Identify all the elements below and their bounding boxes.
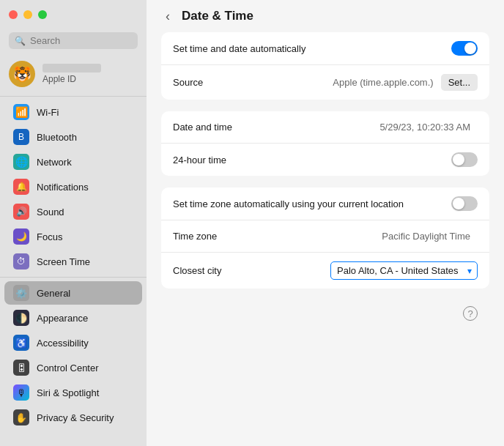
sidebar-item-label: Sound: [37, 207, 64, 218]
set-button[interactable]: Set...: [441, 74, 478, 91]
closest-city-label: Closest city: [173, 265, 330, 276]
search-bar[interactable]: 🔍: [9, 32, 138, 49]
sidebar-item-label: Privacy & Security: [37, 412, 114, 423]
minimize-button[interactable]: [23, 10, 32, 19]
sidebar-item-bluetooth[interactable]: B Bluetooth: [4, 125, 142, 149]
timezone-label: Time zone: [173, 231, 382, 242]
apple-id-name-blur: [42, 64, 101, 73]
close-button[interactable]: [9, 10, 18, 19]
hour24-label: 24-hour time: [173, 155, 451, 166]
toggle-knob: [453, 154, 464, 166]
help-button[interactable]: ?: [463, 306, 478, 321]
hour24-row: 24-hour time: [161, 144, 489, 176]
sidebar-item-controlcenter[interactable]: 🎛 Control Center: [4, 356, 142, 379]
auto-timezone-row: Set time zone automatically using your c…: [161, 187, 489, 220]
bluetooth-icon: B: [13, 129, 29, 145]
sidebar-item-label: Screen Time: [37, 256, 90, 267]
sidebar-item-wifi[interactable]: 📶 Wi-Fi: [4, 100, 142, 124]
main-header: ‹ Date & Time: [147, 0, 504, 32]
apple-id-info: Apple ID: [42, 64, 101, 84]
timezone-card: Set time zone automatically using your c…: [161, 187, 489, 289]
sidebar-item-screentime[interactable]: ⏱ Screen Time: [4, 250, 142, 273]
sidebar-divider-mid: [0, 277, 147, 278]
controlcenter-icon: 🎛: [13, 360, 29, 376]
source-value: Apple (time.apple.com.): [333, 77, 433, 88]
network-icon: 🌐: [13, 154, 29, 170]
sidebar-item-siri[interactable]: 🎙 Siri & Spotlight: [4, 381, 142, 404]
auto-time-label: Set time and date automatically: [173, 43, 451, 54]
sidebar-item-label: Network: [37, 157, 72, 168]
apple-id-label: Apple ID: [42, 74, 101, 84]
toggle-knob: [453, 198, 464, 209]
closest-city-row: Closest city Palo Alto, CA - United Stat…: [161, 253, 489, 289]
auto-timezone-label: Set time zone automatically using your c…: [173, 198, 451, 209]
help-section: ?: [161, 300, 489, 327]
privacy-icon: ✋: [13, 409, 29, 425]
settings-content: Set time and date automatically Source A…: [147, 32, 504, 341]
datetime-card: Date and time 5/29/23, 10:20:33 AM 24-ho…: [161, 111, 489, 176]
sidebar-item-label: General: [37, 288, 70, 299]
auto-time-row: Set time and date automatically: [161, 32, 489, 65]
main-content: ‹ Date & Time Set time and date automati…: [147, 0, 504, 446]
sidebar-item-label: Focus: [37, 231, 62, 242]
avatar: 🐯: [9, 61, 35, 87]
sidebar-item-focus[interactable]: 🌙 Focus: [4, 225, 142, 248]
date-time-label: Date and time: [173, 122, 379, 133]
source-row: Source Apple (time.apple.com.) Set...: [161, 65, 489, 100]
date-time-row: Date and time 5/29/23, 10:20:33 AM: [161, 111, 489, 144]
accessibility-icon: ♿: [13, 335, 29, 351]
zoom-button[interactable]: [38, 10, 47, 19]
sidebar-item-label: Accessibility: [37, 338, 89, 349]
sidebar-item-notifications[interactable]: 🔔 Notifications: [4, 175, 142, 198]
sidebar-item-general[interactable]: ⚙️ General: [4, 281, 142, 305]
date-time-value: 5/29/23, 10:20:33 AM: [379, 122, 470, 133]
auto-time-card: Set time and date automatically Source A…: [161, 32, 489, 100]
auto-time-toggle[interactable]: [451, 41, 478, 56]
sidebar: 🔍 🐯 Apple ID 📶 Wi-Fi B Bluetooth 🌐 Netwo…: [0, 0, 147, 446]
sidebar-item-label: Wi-Fi: [37, 107, 59, 118]
sidebar-item-label: Control Center: [37, 363, 99, 373]
siri-icon: 🎙: [13, 384, 29, 401]
source-label: Source: [173, 77, 333, 88]
appearance-icon: 🌓: [13, 310, 29, 326]
back-button[interactable]: ‹: [161, 7, 174, 26]
page-title: Date & Time: [182, 9, 253, 23]
sidebar-item-label: Appearance: [37, 313, 88, 324]
sidebar-item-appearance[interactable]: 🌓 Appearance: [4, 306, 142, 330]
sidebar-divider-top: [0, 96, 147, 97]
window-titlebar: [0, 0, 147, 29]
sidebar-item-label: Siri & Spotlight: [37, 387, 99, 398]
search-input[interactable]: [30, 35, 132, 46]
search-icon: 🔍: [15, 36, 26, 46]
sidebar-item-network[interactable]: 🌐 Network: [4, 150, 142, 174]
wifi-icon: 📶: [13, 104, 29, 120]
city-select-wrapper[interactable]: Palo Alto, CA - United States: [330, 261, 478, 280]
sidebar-item-label: Bluetooth: [37, 132, 77, 143]
auto-timezone-toggle[interactable]: [451, 196, 478, 211]
sidebar-item-accessibility[interactable]: ♿ Accessibility: [4, 331, 142, 354]
notifications-icon: 🔔: [13, 179, 29, 195]
sidebar-item-sound[interactable]: 🔊 Sound: [4, 200, 142, 223]
general-icon: ⚙️: [13, 285, 29, 301]
hour24-toggle[interactable]: [451, 152, 478, 167]
timezone-row: Time zone Pacific Daylight Time: [161, 220, 489, 253]
sound-icon: 🔊: [13, 204, 29, 220]
sidebar-item-label: Notifications: [37, 182, 89, 193]
toggle-knob: [464, 42, 476, 54]
apple-id-section[interactable]: 🐯 Apple ID: [0, 55, 147, 93]
city-select[interactable]: Palo Alto, CA - United States: [330, 261, 478, 280]
sidebar-item-privacy[interactable]: ✋ Privacy & Security: [4, 406, 142, 429]
focus-icon: 🌙: [13, 228, 29, 245]
timezone-value: Pacific Daylight Time: [382, 231, 470, 242]
screentime-icon: ⏱: [13, 253, 29, 270]
